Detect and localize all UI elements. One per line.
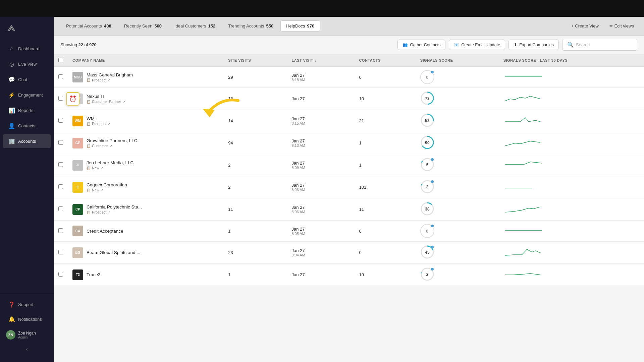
score-container: 2 — [420, 267, 434, 281]
row-checkbox[interactable] — [58, 228, 63, 233]
site-visits-cell: 2 — [223, 176, 287, 198]
sidebar-item-live-view[interactable]: ◎ Live View — [3, 57, 51, 71]
company-cell: BG Beam Global Spirits and ... — [72, 247, 219, 258]
row-checkbox-cell[interactable] — [54, 88, 68, 110]
tab-ideal-customers[interactable]: Ideal Customers 152 — [169, 20, 221, 32]
create-email-label: Create Email Update — [461, 43, 500, 47]
row-checkbox[interactable] — [58, 272, 63, 277]
sidebar-item-contacts[interactable]: 👤 Contacts — [3, 119, 51, 133]
create-view-button[interactable]: + Create View — [568, 21, 602, 31]
table-row: ⏰ NIT Nexus IT 📋Customer Partner↗ 18 Jan… — [54, 88, 644, 110]
company-cell: CA Credit Acceptance — [72, 226, 219, 236]
company-type: 📋Prospect↗ — [87, 210, 142, 214]
user-profile[interactable]: ZN Zoe Ngan Admin — [0, 327, 54, 343]
company-name-cell: WM WM 📋Prospect↗ — [68, 110, 223, 132]
row-checkbox[interactable] — [58, 250, 63, 254]
sidebar-item-notifications[interactable]: 🔔 Notifications — [3, 312, 51, 326]
company-cell: CP California Polytechnic Sta... 📋Prospe… — [72, 204, 219, 215]
tab-helpdocs[interactable]: HelpDocs 970 — [280, 20, 320, 32]
type-badge: New — [92, 166, 99, 170]
sidebar-item-support[interactable]: ❓ Support — [3, 297, 51, 311]
row-checkbox-cell[interactable] — [54, 110, 68, 132]
reports-icon: 📊 — [9, 107, 15, 113]
row-checkbox[interactable] — [58, 96, 63, 101]
company-name[interactable]: Trace3 — [87, 272, 101, 277]
company-name[interactable]: WM — [87, 116, 110, 121]
signals-score-cell: 38 — [416, 198, 499, 221]
create-email-update-button[interactable]: 📧 Create Email Update — [449, 40, 505, 50]
last-visit-time: 8:06 AM — [291, 210, 350, 214]
tab-trending-accounts[interactable]: Trending Accounts 550 — [222, 20, 279, 32]
tab-count: 550 — [266, 23, 274, 28]
site-visits-cell: 2 — [223, 154, 287, 176]
tab-recently-seen[interactable]: Recently Seen 560 — [118, 20, 167, 32]
last-visit-cell: Jan 27 8:06 AM — [287, 176, 354, 198]
sparkline-cell — [499, 110, 644, 132]
row-checkbox-cell[interactable] — [54, 176, 68, 198]
company-name[interactable]: Jen Lehner Media, LLC — [87, 160, 133, 165]
row-checkbox[interactable] — [58, 206, 63, 211]
contacts-cell: 31 — [354, 110, 415, 132]
company-name[interactable]: Beam Global Spirits and ... — [87, 250, 141, 255]
sidebar-item-label: Notifications — [18, 317, 42, 322]
row-checkbox[interactable] — [58, 74, 63, 79]
row-checkbox[interactable] — [58, 118, 63, 123]
row-checkbox[interactable] — [58, 162, 63, 167]
score-container: 3 — [420, 180, 434, 194]
sparkline-cell — [499, 264, 644, 286]
export-companies-button[interactable]: ⬆ Export Companies — [508, 40, 559, 50]
sidebar-collapse-button[interactable]: ‹ — [0, 343, 54, 355]
table-row: CA Credit Acceptance 1 Jan 27 8:05 AM 0 … — [54, 221, 644, 242]
company-type: 📋Prospect↗ — [87, 122, 110, 126]
select-all-header[interactable] — [54, 54, 68, 67]
contacts-cell: 0 — [354, 242, 415, 264]
row-checkbox[interactable] — [58, 140, 63, 145]
row-checkbox-cell[interactable] — [54, 67, 68, 88]
sidebar-item-chat[interactable]: 💬 Chat — [3, 72, 51, 86]
company-info: WM 📋Prospect↗ — [87, 116, 110, 126]
last-visit-cell: Jan 27 8:06 AM — [287, 198, 354, 221]
row-checkbox-cell[interactable] — [54, 132, 68, 154]
company-info: Beam Global Spirits and ... — [87, 250, 141, 255]
company-name[interactable]: Growthline Partners, LLC — [87, 138, 138, 143]
copy-icon: 📋 — [87, 166, 91, 170]
row-checkbox-cell[interactable] — [54, 264, 68, 286]
site-visits-cell: 1 — [223, 264, 287, 286]
signal-dot — [431, 268, 434, 270]
search-input[interactable] — [576, 42, 632, 47]
clock-badge: ⏰ — [66, 92, 79, 106]
company-info: California Polytechnic Sta... 📋Prospect↗ — [87, 204, 142, 214]
tab-potential-accounts[interactable]: Potential Accounts 408 — [60, 20, 117, 32]
company-logo: BG — [72, 247, 83, 258]
row-checkbox-cell[interactable] — [54, 154, 68, 176]
row-checkbox[interactable] — [58, 184, 63, 189]
sidebar-item-dashboard[interactable]: ⌂ Dashboard — [3, 42, 51, 56]
tabs-bar: Potential Accounts 408 Recently Seen 560… — [54, 17, 644, 36]
company-info: Jen Lehner Media, LLC 📋New↗ — [87, 160, 133, 170]
company-name[interactable]: Credit Acceptance — [87, 229, 123, 234]
table-row: WM WM 📋Prospect↗ 14 Jan 27 8:15 AM 31 52 — [54, 110, 644, 132]
row-checkbox-cell[interactable] — [54, 221, 68, 242]
gather-contacts-button[interactable]: 👥 Gather Contacts — [397, 40, 445, 50]
row-checkbox-cell[interactable] — [54, 198, 68, 221]
search-box[interactable]: 🔍 — [562, 39, 637, 51]
table-row: JL Jen Lehner Media, LLC 📋New↗ 2 Jan 27 … — [54, 154, 644, 176]
sidebar-item-accounts[interactable]: 🏢 Accounts — [3, 134, 51, 148]
sidebar-item-reports[interactable]: 📊 Reports — [3, 103, 51, 117]
company-logo: WM — [72, 116, 83, 126]
edit-views-button[interactable]: ✏ Edit views — [606, 21, 637, 31]
sidebar-item-label: Reports — [18, 108, 34, 113]
dashboard-icon: ⌂ — [9, 46, 15, 52]
last-visit-cell: Jan 27 8:09 AM — [287, 154, 354, 176]
company-name[interactable]: Cognex Corporation — [87, 182, 127, 187]
company-name[interactable]: California Polytechnic Sta... — [87, 204, 142, 209]
site-visits-cell: 29 — [223, 67, 287, 88]
company-name[interactable]: Mass General Brigham — [87, 72, 133, 77]
sidebar-item-engagement[interactable]: ⚡ Engagement — [3, 88, 51, 102]
notifications-icon: 🔔 — [9, 316, 15, 322]
company-name[interactable]: Nexus IT — [87, 94, 125, 99]
last-visit-header: LAST VISIT ↓ — [287, 54, 354, 67]
row-checkbox-cell[interactable] — [54, 242, 68, 264]
select-all-checkbox[interactable] — [58, 58, 63, 62]
company-name-cell: CA Credit Acceptance — [68, 221, 223, 242]
